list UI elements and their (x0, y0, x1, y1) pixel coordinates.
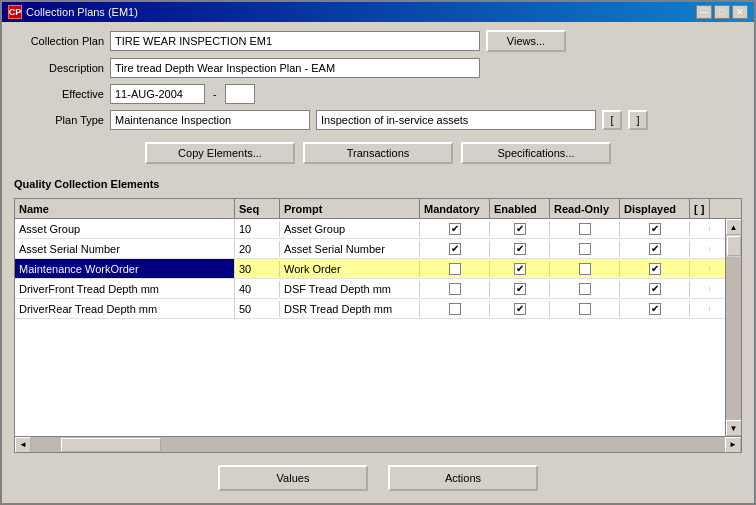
cell-enabled-2: ✔ (490, 241, 550, 257)
description-input[interactable] (110, 58, 480, 78)
cell-displayed-1: ✔ (620, 221, 690, 237)
scroll-h-thumb[interactable] (61, 438, 161, 452)
plan-type-desc-input[interactable] (316, 110, 596, 130)
views-button[interactable]: Views... (486, 30, 566, 52)
col-header-seq: Seq (235, 199, 280, 218)
checkbox-mandatory-1[interactable]: ✔ (449, 223, 461, 235)
checkbox-enabled-3[interactable]: ✔ (514, 263, 526, 275)
maximize-button[interactable]: □ (714, 5, 730, 19)
scroll-down-button[interactable]: ▼ (726, 420, 742, 436)
cell-readonly-5 (550, 301, 620, 317)
cell-displayed-2: ✔ (620, 241, 690, 257)
scroll-h-track (31, 437, 725, 453)
cell-mandatory-5 (420, 301, 490, 317)
checkbox-readonly-3[interactable] (579, 263, 591, 275)
checkbox-displayed-4[interactable]: ✔ (649, 283, 661, 295)
cell-extra-2 (690, 247, 710, 251)
effective-dash: - (213, 88, 217, 100)
close-button[interactable]: ✕ (732, 5, 748, 19)
checkbox-mandatory-4[interactable] (449, 283, 461, 295)
minimize-button[interactable]: ─ (696, 5, 712, 19)
checkbox-mandatory-3[interactable] (449, 263, 461, 275)
values-button[interactable]: Values (218, 465, 368, 491)
scroll-up-button[interactable]: ▲ (726, 219, 742, 235)
cell-enabled-5: ✔ (490, 301, 550, 317)
checkbox-displayed-5[interactable]: ✔ (649, 303, 661, 315)
quality-elements-table: Name Seq Prompt Mandatory Enabled Read-O… (14, 198, 742, 453)
col-header-prompt: Prompt (280, 199, 420, 218)
cell-readonly-3 (550, 261, 620, 277)
checkbox-displayed-2[interactable]: ✔ (649, 243, 661, 255)
vertical-scrollbar[interactable]: ▲ ▼ (725, 219, 741, 436)
collection-plan-input[interactable] (110, 31, 480, 51)
col-header-mandatory: Mandatory (420, 199, 490, 218)
checkbox-enabled-1[interactable]: ✔ (514, 223, 526, 235)
main-content: Collection Plan Views... Description Eff… (2, 22, 754, 503)
table-row[interactable]: DriverFront Tread Depth mm 40 DSF Tread … (15, 279, 725, 299)
cell-displayed-3: ✔ (620, 261, 690, 277)
cell-extra-4 (690, 287, 710, 291)
window-title: Collection Plans (EM1) (26, 6, 138, 18)
cell-prompt-1: Asset Group (280, 221, 420, 237)
checkbox-readonly-5[interactable] (579, 303, 591, 315)
table-rows: Asset Group 10 Asset Group ✔ ✔ ✔ Asset S… (15, 219, 725, 436)
cell-prompt-5: DSR Tread Depth mm (280, 301, 420, 317)
effective-end-input[interactable] (225, 84, 255, 104)
cell-name-2: Asset Serial Number (15, 239, 235, 258)
checkbox-mandatory-2[interactable]: ✔ (449, 243, 461, 255)
main-window: CP Collection Plans (EM1) ─ □ ✕ Collecti… (0, 0, 756, 505)
scroll-thumb[interactable] (727, 236, 741, 256)
plan-type-bracket-close[interactable]: ] (628, 110, 648, 130)
cell-prompt-4: DSF Tread Depth mm (280, 281, 420, 297)
table-header: Name Seq Prompt Mandatory Enabled Read-O… (15, 199, 741, 219)
checkbox-mandatory-5[interactable] (449, 303, 461, 315)
col-header-readonly: Read-Only (550, 199, 620, 218)
cell-mandatory-2: ✔ (420, 241, 490, 257)
cell-name-1: Asset Group (15, 219, 235, 238)
cell-seq-2: 20 (235, 241, 280, 257)
scroll-track (726, 257, 741, 420)
cell-readonly-1 (550, 221, 620, 237)
checkbox-enabled-5[interactable]: ✔ (514, 303, 526, 315)
checkbox-readonly-1[interactable] (579, 223, 591, 235)
checkbox-displayed-1[interactable]: ✔ (649, 223, 661, 235)
copy-elements-button[interactable]: Copy Elements... (145, 142, 295, 164)
cell-seq-3: 30 (235, 261, 280, 277)
plan-type-input[interactable] (110, 110, 310, 130)
cell-name-3: Maintenance WorkOrder (15, 259, 235, 278)
checkbox-readonly-4[interactable] (579, 283, 591, 295)
cell-prompt-3: Work Order (280, 261, 420, 277)
effective-date-input[interactable] (110, 84, 205, 104)
transactions-button[interactable]: Transactions (303, 142, 453, 164)
col-header-name: Name (15, 199, 235, 218)
effective-label: Effective (14, 88, 104, 100)
specifications-button[interactable]: Specifications... (461, 142, 611, 164)
table-row[interactable]: Asset Serial Number 20 Asset Serial Numb… (15, 239, 725, 259)
cell-prompt-2: Asset Serial Number (280, 241, 420, 257)
checkbox-enabled-2[interactable]: ✔ (514, 243, 526, 255)
checkbox-displayed-3[interactable]: ✔ (649, 263, 661, 275)
cell-seq-5: 50 (235, 301, 280, 317)
scroll-right-button[interactable]: ► (725, 437, 741, 453)
checkbox-enabled-4[interactable]: ✔ (514, 283, 526, 295)
table-row[interactable]: Maintenance WorkOrder 30 Work Order ✔ ✔ (15, 259, 725, 279)
cell-extra-3 (690, 267, 710, 271)
col-header-displayed: Displayed (620, 199, 690, 218)
cell-seq-4: 40 (235, 281, 280, 297)
actions-button[interactable]: Actions (388, 465, 538, 491)
table-row[interactable]: Asset Group 10 Asset Group ✔ ✔ ✔ (15, 219, 725, 239)
scroll-left-button[interactable]: ◄ (15, 437, 31, 453)
horizontal-scrollbar[interactable]: ◄ ► (15, 436, 741, 452)
cell-enabled-1: ✔ (490, 221, 550, 237)
plan-type-bracket-open[interactable]: [ (602, 110, 622, 130)
plan-type-label: Plan Type (14, 114, 104, 126)
table-row[interactable]: DriverRear Tread Depth mm 50 DSR Tread D… (15, 299, 725, 319)
table-body-container: Asset Group 10 Asset Group ✔ ✔ ✔ Asset S… (15, 219, 741, 436)
action-buttons-row: Copy Elements... Transactions Specificat… (14, 142, 742, 164)
checkbox-readonly-2[interactable] (579, 243, 591, 255)
effective-row: Effective - (14, 84, 742, 104)
cell-name-4: DriverFront Tread Depth mm (15, 279, 235, 298)
cell-seq-1: 10 (235, 221, 280, 237)
description-label: Description (14, 62, 104, 74)
bottom-buttons-row: Values Actions (14, 457, 742, 495)
